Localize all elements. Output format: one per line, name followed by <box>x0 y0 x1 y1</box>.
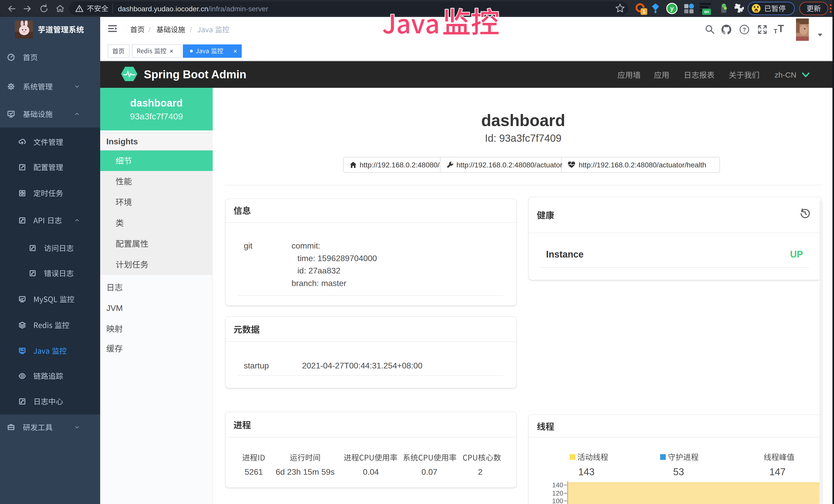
svg-text:?: ? <box>743 26 746 33</box>
svg-text:on: on <box>704 9 709 14</box>
svg-text:1: 1 <box>642 9 645 15</box>
svg-text:y: y <box>670 5 674 12</box>
